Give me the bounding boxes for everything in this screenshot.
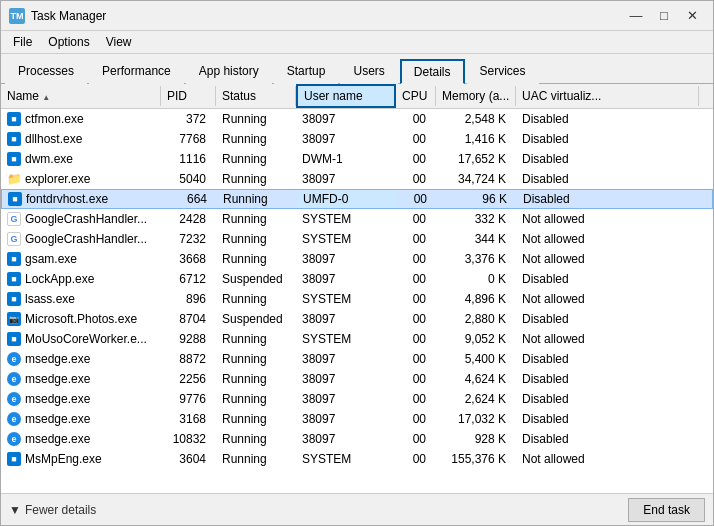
cell-uac: Disabled <box>516 430 713 448</box>
cell-uac: Disabled <box>516 270 713 288</box>
cell-pid: 3668 <box>161 250 216 268</box>
table-row[interactable]: ■ctfmon.exe 372 Running 38097 00 2,548 K… <box>1 109 713 129</box>
close-button[interactable]: ✕ <box>679 5 705 27</box>
tab-details[interactable]: Details <box>400 59 465 84</box>
table-row[interactable]: ■dwm.exe 1116 Running DWM-1 00 17,652 K … <box>1 149 713 169</box>
cell-username: 38097 <box>296 350 396 368</box>
cell-uac: Disabled <box>517 190 712 208</box>
cell-memory: 34,724 K <box>436 170 516 188</box>
cell-uac: Disabled <box>516 350 713 368</box>
cell-uac: Disabled <box>516 110 713 128</box>
table-row[interactable]: GGoogleCrashHandler... 2428 Running SYST… <box>1 209 713 229</box>
tab-app-history[interactable]: App history <box>186 59 272 84</box>
col-header-cpu[interactable]: CPU <box>396 86 436 106</box>
cell-status: Running <box>216 450 296 468</box>
cell-uac: Not allowed <box>516 250 713 268</box>
cell-uac: Not allowed <box>516 330 713 348</box>
cell-name: ■gsam.exe <box>1 250 161 268</box>
col-header-name[interactable]: Name ▲ <box>1 86 161 106</box>
col-header-memory[interactable]: Memory (a... <box>436 86 516 106</box>
tab-users[interactable]: Users <box>340 59 397 84</box>
cell-username: 38097 <box>296 130 396 148</box>
window-title: Task Manager <box>31 9 623 23</box>
tabs-bar: Processes Performance App history Startu… <box>1 54 713 84</box>
cell-status: Running <box>216 350 296 368</box>
cell-memory: 4,624 K <box>436 370 516 388</box>
table-row[interactable]: ■lsass.exe 896 Running SYSTEM 00 4,896 K… <box>1 289 713 309</box>
cell-pid: 3168 <box>161 410 216 428</box>
cell-name: ■dwm.exe <box>1 150 161 168</box>
table-row[interactable]: emsedge.exe 2256 Running 38097 00 4,624 … <box>1 369 713 389</box>
table-row[interactable]: emsedge.exe 8872 Running 38097 00 5,400 … <box>1 349 713 369</box>
table-row[interactable]: ■MsMpEng.exe 3604 Running SYSTEM 00 155,… <box>1 449 713 469</box>
table-row[interactable]: emsedge.exe 9776 Running 38097 00 2,624 … <box>1 389 713 409</box>
title-bar: TM Task Manager — □ ✕ <box>1 1 713 31</box>
col-header-pid[interactable]: PID <box>161 86 216 106</box>
table-row[interactable]: 📷Microsoft.Photos.exe 8704 Suspended 380… <box>1 309 713 329</box>
table-row[interactable]: 📁explorer.exe 5040 Running 38097 00 34,7… <box>1 169 713 189</box>
col-header-status[interactable]: Status <box>216 86 296 106</box>
menu-file[interactable]: File <box>5 33 40 51</box>
col-header-uac[interactable]: UAC virtualiz... <box>516 86 699 106</box>
table-row[interactable]: ■MoUsoCoreWorker.e... 9288 Running SYSTE… <box>1 329 713 349</box>
cell-username: SYSTEM <box>296 330 396 348</box>
status-bar: ▼ Fewer details End task <box>1 493 713 525</box>
chevron-down-icon: ▼ <box>9 503 21 517</box>
cell-memory: 2,880 K <box>436 310 516 328</box>
cell-cpu: 00 <box>396 390 436 408</box>
tab-performance[interactable]: Performance <box>89 59 184 84</box>
table-header: Name ▲ PID Status User name CPU Memory (… <box>1 84 713 109</box>
cell-pid: 1116 <box>161 150 216 168</box>
table-row[interactable]: ■gsam.exe 3668 Running 38097 00 3,376 K … <box>1 249 713 269</box>
tab-processes[interactable]: Processes <box>5 59 87 84</box>
end-task-button[interactable]: End task <box>628 498 705 522</box>
cell-pid: 5040 <box>161 170 216 188</box>
cell-cpu: 00 <box>396 110 436 128</box>
table-row[interactable]: GGoogleCrashHandler... 7232 Running SYST… <box>1 229 713 249</box>
cell-cpu: 00 <box>396 290 436 308</box>
task-manager-window: TM Task Manager — □ ✕ File Options View … <box>0 0 714 526</box>
cell-status: Running <box>216 370 296 388</box>
cell-status: Running <box>217 190 297 208</box>
sort-arrow-name: ▲ <box>42 93 50 102</box>
maximize-button[interactable]: □ <box>651 5 677 27</box>
cell-cpu: 00 <box>396 450 436 468</box>
cell-uac: Disabled <box>516 130 713 148</box>
cell-memory: 2,548 K <box>436 110 516 128</box>
cell-status: Running <box>216 290 296 308</box>
cell-uac: Disabled <box>516 170 713 188</box>
cell-pid: 6712 <box>161 270 216 288</box>
cell-pid: 10832 <box>161 430 216 448</box>
cell-cpu: 00 <box>397 190 437 208</box>
cell-status: Suspended <box>216 310 296 328</box>
menu-options[interactable]: Options <box>40 33 97 51</box>
cell-name: ■LockApp.exe <box>1 270 161 288</box>
minimize-button[interactable]: — <box>623 5 649 27</box>
cell-name: ■dllhost.exe <box>1 130 161 148</box>
cell-memory: 4,896 K <box>436 290 516 308</box>
cell-name: 📷Microsoft.Photos.exe <box>1 310 161 328</box>
cell-name: ■fontdrvhost.exe <box>2 190 162 208</box>
col-header-username[interactable]: User name <box>296 84 396 108</box>
fewer-details-button[interactable]: ▼ Fewer details <box>9 503 96 517</box>
cell-pid: 664 <box>162 190 217 208</box>
menu-view[interactable]: View <box>98 33 140 51</box>
table-row[interactable]: ■dllhost.exe 7768 Running 38097 00 1,416… <box>1 129 713 149</box>
cell-memory: 17,652 K <box>436 150 516 168</box>
cell-username: SYSTEM <box>296 290 396 308</box>
cell-pid: 7768 <box>161 130 216 148</box>
cell-cpu: 00 <box>396 250 436 268</box>
cell-cpu: 00 <box>396 270 436 288</box>
table-row[interactable]: emsedge.exe 3168 Running 38097 00 17,032… <box>1 409 713 429</box>
table-body[interactable]: ■ctfmon.exe 372 Running 38097 00 2,548 K… <box>1 109 713 493</box>
cell-cpu: 00 <box>396 370 436 388</box>
tab-startup[interactable]: Startup <box>274 59 339 84</box>
cell-uac: Disabled <box>516 410 713 428</box>
table-row[interactable]: ■LockApp.exe 6712 Suspended 38097 00 0 K… <box>1 269 713 289</box>
tab-services[interactable]: Services <box>467 59 539 84</box>
table-row[interactable]: emsedge.exe 10832 Running 38097 00 928 K… <box>1 429 713 449</box>
table-row[interactable]: ■fontdrvhost.exe 664 Running UMFD-0 00 9… <box>1 189 713 209</box>
cell-username: 38097 <box>296 250 396 268</box>
cell-pid: 7232 <box>161 230 216 248</box>
cell-name: emsedge.exe <box>1 350 161 368</box>
